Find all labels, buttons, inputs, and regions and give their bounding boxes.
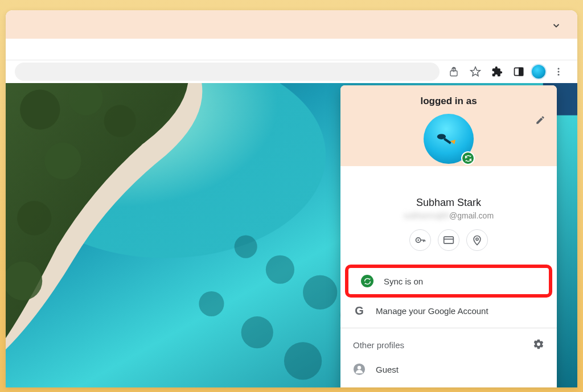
divider [340,328,557,328]
shortcut-row [352,229,545,251]
payment-shortcut[interactable] [438,229,459,251]
profile-email: subhamrajthl@gmail.com [352,211,545,220]
svg-point-5 [558,71,560,73]
other-profiles-label: Other profiles [353,340,404,350]
profile-avatar-button[interactable] [531,64,547,80]
addresses-shortcut[interactable] [466,229,488,251]
svg-rect-3 [519,68,523,75]
omnibox-row [6,60,577,83]
svg-marker-1 [471,67,481,76]
star-icon[interactable] [466,62,485,81]
svg-point-13 [44,143,81,179]
profile-popover: logged in as Subham Stark subhamrajthl@g… [340,85,557,387]
menu-list: Sync is on G Manage your Google Account … [340,262,557,387]
svg-point-30 [417,240,419,241]
gear-icon[interactable] [533,339,544,352]
highlight-annotation: Sync is on [345,265,552,298]
tab-strip [6,10,577,39]
page-content: logged in as Subham Stark subhamrajthl@g… [6,83,577,387]
svg-point-12 [104,105,136,137]
profile-display-name: Subham Stark [352,197,545,209]
add-profile-item[interactable]: Add [340,382,557,387]
sync-icon [361,275,373,287]
sync-label: Sync is on [384,277,423,286]
toolbar-spacer [6,39,577,60]
popover-title: logged in as [352,96,545,107]
svg-point-14 [17,201,51,235]
sync-menu-item[interactable]: Sync is on [348,268,549,294]
pencil-icon[interactable] [535,115,545,127]
google-g-icon: G [353,304,366,317]
puzzle-icon[interactable] [487,62,507,81]
svg-point-24 [284,342,322,379]
sync-badge-icon [461,151,475,165]
passwords-shortcut[interactable] [409,229,431,251]
guest-profile-item[interactable]: Guest [340,356,557,382]
manage-label: Manage your Google Account [376,306,488,316]
chevron-down-icon[interactable] [551,20,561,33]
popover-body: Subham Stark subhamrajthl@gmail.com [340,166,557,262]
svg-point-4 [558,68,560,69]
other-profiles-header: Other profiles [340,332,557,356]
popover-header: logged in as [340,85,557,166]
guest-label: Guest [376,365,399,374]
svg-point-10 [20,89,60,129]
svg-point-16 [235,236,257,258]
manage-account-item[interactable]: G Manage your Google Account [340,298,557,324]
share-icon[interactable] [444,62,463,81]
browser-window: logged in as Subham Stark subhamrajthl@g… [6,10,577,387]
person-icon [353,363,366,376]
side-panel-icon[interactable] [509,62,528,81]
kebab-menu-icon[interactable] [549,62,568,81]
svg-point-18 [303,275,337,310]
omnibox[interactable] [15,63,440,81]
svg-point-23 [241,316,273,348]
svg-point-33 [476,238,478,240]
svg-point-17 [266,255,294,284]
avatar-large [424,114,474,164]
svg-point-22 [199,291,224,316]
svg-point-35 [358,366,361,369]
svg-point-6 [558,74,560,76]
svg-rect-31 [444,237,454,244]
